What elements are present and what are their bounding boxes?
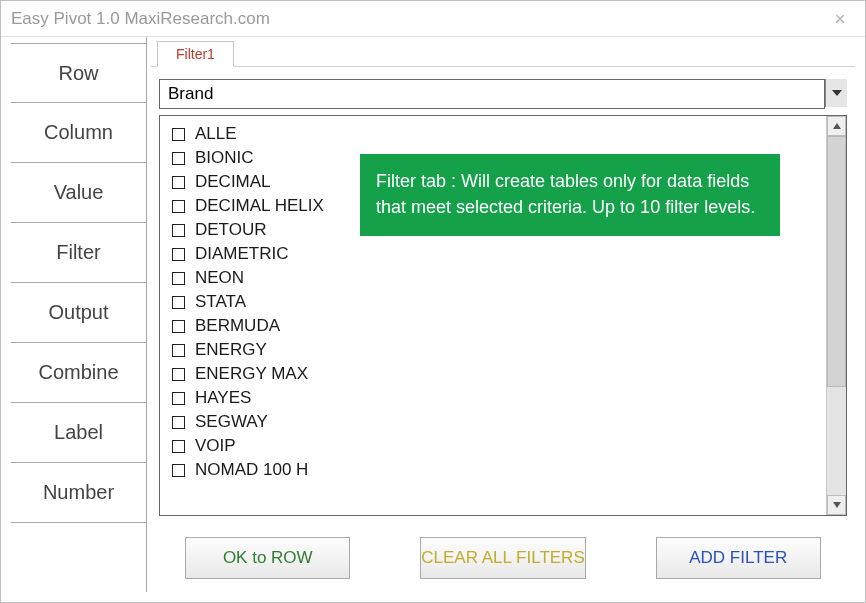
window-body: Row Column Value Filter Output Combine L…	[1, 37, 865, 602]
checkbox[interactable]	[172, 440, 185, 453]
item-label: BIONIC	[195, 146, 254, 170]
chevron-down-icon[interactable]	[825, 79, 847, 107]
item-label: DETOUR	[195, 218, 266, 242]
sidebar-item-label: Output	[48, 301, 108, 324]
checkbox[interactable]	[172, 200, 185, 213]
list-item[interactable]: SEGWAY	[172, 410, 822, 434]
filter-content: Brand ALLE BIONIC DECIMAL DECIMAL HELIX …	[151, 67, 855, 592]
svg-marker-1	[833, 123, 841, 129]
item-label: ENERGY MAX	[195, 362, 308, 386]
sidebar-item-column[interactable]: Column	[11, 103, 146, 163]
add-filter-button[interactable]: ADD FILTER	[656, 537, 821, 579]
svg-marker-2	[833, 502, 841, 508]
item-label: BERMUDA	[195, 314, 280, 338]
list-item[interactable]: BERMUDA	[172, 314, 822, 338]
scroll-up-icon[interactable]	[827, 116, 846, 136]
sidebar-item-value[interactable]: Value	[11, 163, 146, 223]
sidebar-item-label: Value	[54, 181, 104, 204]
titlebar: Easy Pivot 1.0 MaxiResearch.com ×	[1, 1, 865, 37]
checkbox[interactable]	[172, 392, 185, 405]
checkbox[interactable]	[172, 272, 185, 285]
sidebar-item-label: Row	[58, 62, 98, 85]
item-label: STATA	[195, 290, 246, 314]
list-item[interactable]: DIAMETRIC	[172, 242, 822, 266]
sidebar-item-label: Combine	[38, 361, 118, 384]
list-item[interactable]: HAYES	[172, 386, 822, 410]
dropdown-value: Brand	[168, 84, 816, 104]
checkbox[interactable]	[172, 224, 185, 237]
item-label: SEGWAY	[195, 410, 268, 434]
list-item[interactable]: STATA	[172, 290, 822, 314]
item-label: ENERGY	[195, 338, 267, 362]
item-label: DIAMETRIC	[195, 242, 289, 266]
main-panel: Filter1 Brand ALLE BIONIC DECIMAL	[146, 37, 855, 592]
svg-marker-0	[832, 90, 842, 96]
tab-label: Filter1	[176, 46, 215, 62]
tab-filter1[interactable]: Filter1	[157, 41, 234, 67]
item-label: DECIMAL HELIX	[195, 194, 324, 218]
item-label: DECIMAL	[195, 170, 271, 194]
filter-listbox: ALLE BIONIC DECIMAL DECIMAL HELIX DETOUR…	[159, 115, 847, 516]
checkbox[interactable]	[172, 344, 185, 357]
sidebar-item-label: Column	[44, 121, 113, 144]
list-item[interactable]: NEON	[172, 266, 822, 290]
list-item[interactable]: ENERGY	[172, 338, 822, 362]
sidebar-item-combine[interactable]: Combine	[11, 343, 146, 403]
button-row: OK to ROW CLEAR ALL FILTERS ADD FILTER	[159, 522, 847, 584]
checkbox[interactable]	[172, 248, 185, 261]
checkbox[interactable]	[172, 128, 185, 141]
item-label: VOIP	[195, 434, 236, 458]
ok-to-row-button[interactable]: OK to ROW	[185, 537, 350, 579]
field-dropdown[interactable]: Brand	[159, 79, 847, 109]
list-item[interactable]: ALLE	[172, 122, 822, 146]
help-callout: Filter tab : Will create tables only for…	[360, 154, 780, 236]
item-label: ALLE	[195, 122, 237, 146]
checkbox[interactable]	[172, 296, 185, 309]
scroll-track[interactable]	[827, 136, 846, 495]
clear-all-filters-button[interactable]: CLEAR ALL FILTERS	[420, 537, 585, 579]
button-label: OK to ROW	[223, 548, 313, 568]
sidebar-item-output[interactable]: Output	[11, 283, 146, 343]
sidebar: Row Column Value Filter Output Combine L…	[11, 37, 146, 592]
sidebar-item-filter[interactable]: Filter	[11, 223, 146, 283]
dropdown-display[interactable]: Brand	[159, 79, 825, 109]
window-title: Easy Pivot 1.0 MaxiResearch.com	[11, 9, 825, 29]
checkbox[interactable]	[172, 368, 185, 381]
item-label: NEON	[195, 266, 244, 290]
tabstrip: Filter1	[151, 37, 855, 67]
item-label: NOMAD 100 H	[195, 458, 308, 482]
callout-text: Filter tab : Will create tables only for…	[376, 171, 755, 217]
item-label: HAYES	[195, 386, 251, 410]
sidebar-item-number[interactable]: Number	[11, 463, 146, 523]
sidebar-item-label: Filter	[56, 241, 100, 264]
checkbox[interactable]	[172, 152, 185, 165]
scroll-thumb[interactable]	[827, 136, 846, 387]
sidebar-item-label: Label	[54, 421, 103, 444]
list-item[interactable]: VOIP	[172, 434, 822, 458]
checkbox[interactable]	[172, 320, 185, 333]
scrollbar[interactable]	[826, 116, 846, 515]
list-item[interactable]: ENERGY MAX	[172, 362, 822, 386]
sidebar-item-label[interactable]: Label	[11, 403, 146, 463]
checkbox[interactable]	[172, 416, 185, 429]
app-window: Easy Pivot 1.0 MaxiResearch.com × Row Co…	[0, 0, 866, 603]
checkbox[interactable]	[172, 464, 185, 477]
scroll-down-icon[interactable]	[827, 495, 846, 515]
list-item[interactable]: NOMAD 100 H	[172, 458, 822, 482]
button-label: CLEAR ALL FILTERS	[421, 548, 584, 568]
sidebar-item-row[interactable]: Row	[11, 43, 146, 103]
sidebar-item-label: Number	[43, 481, 114, 504]
checkbox[interactable]	[172, 176, 185, 189]
button-label: ADD FILTER	[689, 548, 787, 568]
close-icon[interactable]: ×	[825, 8, 855, 30]
